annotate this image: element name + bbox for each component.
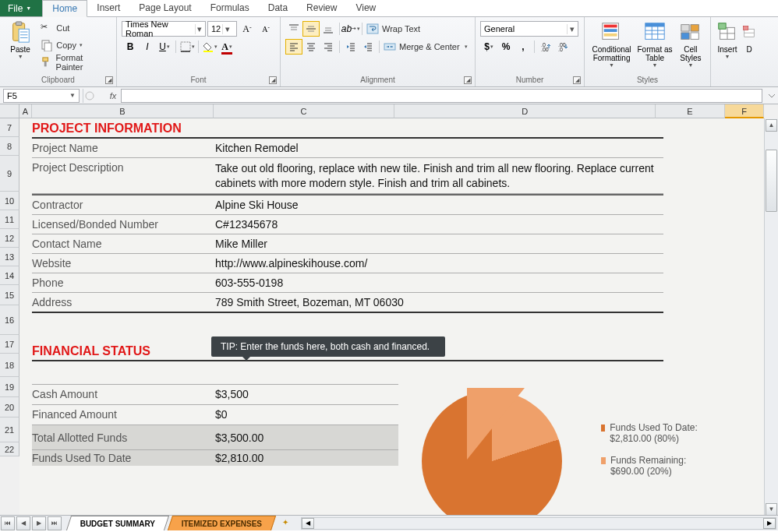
- sheet-tab-budget-summary[interactable]: BUDGET SUMMARY: [66, 516, 169, 530]
- fx-icon[interactable]: fx: [105, 91, 121, 100]
- sheet-nav-prev[interactable]: ◀: [16, 516, 30, 530]
- column-header-C[interactable]: C: [214, 104, 395, 118]
- fx-buttons[interactable]: [83, 89, 105, 103]
- decrease-indent-button[interactable]: [342, 39, 359, 55]
- project-desc-value[interactable]: Take out old flooring, replace with new …: [215, 161, 663, 191]
- cash-amount-value[interactable]: $3,500: [215, 388, 398, 400]
- financed-amount-value[interactable]: $0: [215, 408, 398, 421]
- align-middle-button[interactable]: [302, 21, 320, 37]
- align-bottom-button[interactable]: [320, 21, 337, 37]
- tab-review[interactable]: Review: [297, 0, 346, 16]
- percent-button[interactable]: %: [497, 39, 515, 55]
- scroll-up-button[interactable]: ▲: [766, 119, 777, 132]
- column-header-B[interactable]: B: [32, 104, 214, 118]
- project-name-value[interactable]: Kitchen Remodel: [215, 142, 663, 154]
- copy-button[interactable]: Copy▾: [39, 37, 111, 53]
- border-button[interactable]: ▾: [179, 39, 196, 55]
- increase-decimal-button[interactable]: .0.00: [537, 39, 554, 55]
- contractor-value[interactable]: Alpine Ski House: [215, 199, 663, 211]
- font-name-combo[interactable]: Times New Roman▾: [122, 21, 206, 37]
- row-header-10[interactable]: 10: [0, 192, 19, 210]
- column-header-F[interactable]: F: [725, 104, 764, 118]
- funds-used-value[interactable]: $2,810.00: [215, 452, 398, 464]
- row-header-15[interactable]: 15: [0, 285, 19, 305]
- horizontal-scrollbar[interactable]: ◀ ▶: [301, 517, 776, 530]
- name-box[interactable]: F5▼: [3, 89, 80, 103]
- insert-cells-button[interactable]: Insert▼: [716, 19, 739, 59]
- number-format-combo[interactable]: General▾: [480, 21, 578, 37]
- row-header-13[interactable]: 13: [0, 248, 19, 266]
- row-header-14[interactable]: 14: [0, 266, 19, 285]
- clipboard-dialog-launcher[interactable]: ◢: [105, 76, 113, 84]
- conditional-formatting-button[interactable]: Conditional Formatting▼: [589, 19, 634, 68]
- row-header-19[interactable]: 19: [0, 377, 19, 397]
- new-sheet-button[interactable]: ✦: [282, 518, 296, 529]
- cell-styles-button[interactable]: Cell Styles▼: [676, 19, 706, 68]
- align-right-button[interactable]: [320, 39, 337, 55]
- tab-page-layout[interactable]: Page Layout: [129, 0, 200, 16]
- align-center-button[interactable]: [302, 39, 320, 55]
- align-left-button[interactable]: [285, 39, 302, 55]
- row-header-8[interactable]: 8: [0, 137, 19, 156]
- sheet-nav-first[interactable]: ⏮: [1, 516, 15, 530]
- row-header-21[interactable]: 21: [0, 417, 19, 442]
- font-size-combo[interactable]: 12▾: [207, 21, 237, 37]
- fill-color-button[interactable]: ▾: [201, 39, 218, 55]
- contact-value[interactable]: Mike Miller: [215, 238, 663, 250]
- format-painter-button[interactable]: Format Painter: [39, 55, 111, 70]
- sheet-nav-last[interactable]: ⏭: [48, 516, 62, 530]
- row-header-9[interactable]: 9: [0, 156, 19, 192]
- license-value[interactable]: C#12345678: [215, 218, 663, 231]
- formula-input[interactable]: [121, 89, 762, 103]
- alignment-dialog-launcher[interactable]: ◢: [464, 76, 472, 84]
- orientation-button[interactable]: ab↗▾: [342, 21, 359, 37]
- column-header-E[interactable]: E: [656, 104, 726, 118]
- tab-insert[interactable]: Insert: [87, 0, 129, 16]
- italic-button[interactable]: I: [139, 39, 156, 55]
- wrap-text-button[interactable]: Wrap Text: [365, 21, 422, 37]
- row-header-20[interactable]: 20: [0, 397, 19, 417]
- comma-button[interactable]: ,: [515, 39, 532, 55]
- hscroll-left[interactable]: ◀: [302, 518, 314, 529]
- total-funds-value[interactable]: $3,500.00: [215, 432, 398, 444]
- accounting-button[interactable]: $▾: [480, 39, 497, 55]
- hscroll-right[interactable]: ▶: [763, 518, 776, 529]
- sheet-tab-itemized-expenses[interactable]: ITEMIZED EXPENSES: [168, 516, 277, 530]
- scroll-thumb[interactable]: [766, 150, 777, 212]
- phone-value[interactable]: 603-555-0198: [215, 277, 663, 289]
- grow-font-button[interactable]: Aˆ: [239, 21, 256, 37]
- paste-button[interactable]: Paste ▼: [5, 19, 36, 59]
- bold-button[interactable]: B: [122, 39, 139, 55]
- select-all-corner[interactable]: [0, 104, 19, 118]
- address-value[interactable]: 789 Smith Street, Bozeman, MT 06030: [215, 296, 663, 308]
- row-header-17[interactable]: 17: [0, 335, 19, 354]
- row-header-7[interactable]: 7: [0, 118, 19, 137]
- font-dialog-launcher[interactable]: ◢: [269, 76, 277, 84]
- expand-formula-bar[interactable]: [766, 89, 778, 103]
- increase-indent-button[interactable]: [359, 39, 377, 55]
- align-top-button[interactable]: [285, 21, 302, 37]
- column-header-D[interactable]: D: [394, 104, 655, 118]
- merge-center-button[interactable]: Merge & Center▾: [382, 39, 469, 55]
- sheet-nav-next[interactable]: ▶: [32, 516, 46, 530]
- column-header-A[interactable]: A: [19, 104, 32, 118]
- format-as-table-button[interactable]: Format as Table▼: [637, 19, 673, 68]
- row-header-18[interactable]: 18: [0, 354, 19, 377]
- vertical-scrollbar[interactable]: ▲ ▼: [764, 118, 778, 517]
- cut-button[interactable]: ✂Cut: [39, 20, 111, 36]
- delete-cells-button[interactable]: D: [742, 19, 756, 54]
- row-header-22[interactable]: 22: [0, 442, 19, 456]
- shrink-font-button[interactable]: Aˇ: [257, 21, 274, 37]
- decrease-decimal-button[interactable]: .00.0: [554, 39, 571, 55]
- row-header-16[interactable]: 16: [0, 305, 19, 335]
- underline-button[interactable]: U▾: [156, 39, 173, 55]
- tab-data[interactable]: Data: [259, 0, 297, 16]
- tab-home[interactable]: Home: [42, 0, 87, 17]
- website-value[interactable]: http://www.alpineskihouse.com/: [215, 257, 663, 270]
- scroll-down-button[interactable]: ▼: [766, 503, 777, 516]
- row-header-11[interactable]: 11: [0, 210, 19, 229]
- tab-view[interactable]: View: [346, 0, 385, 16]
- cells-area[interactable]: PROJECT INFORMATION Project NameKitchen …: [19, 118, 764, 517]
- number-dialog-launcher[interactable]: ◢: [573, 76, 581, 84]
- tab-formulas[interactable]: Formulas: [201, 0, 259, 16]
